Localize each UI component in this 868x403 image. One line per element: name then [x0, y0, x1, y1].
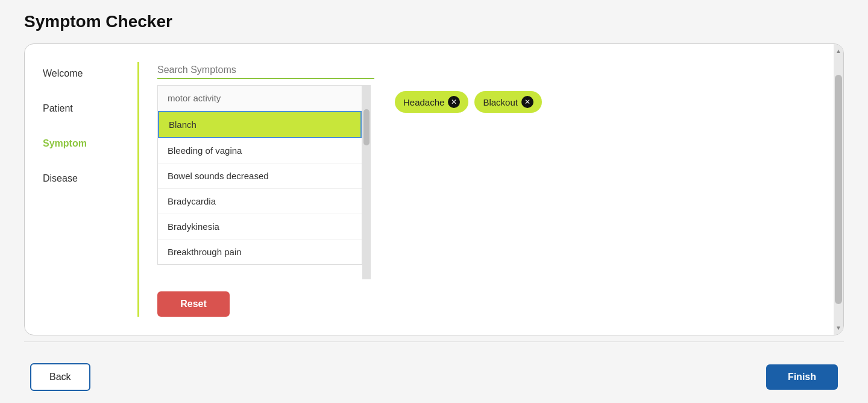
scroll-down-icon[interactable]: ▼	[833, 322, 844, 334]
dropdown-list: motor activity Blanch Bleeding of vagina…	[157, 85, 362, 265]
dropdown-item-bradykinesia[interactable]: Bradykinesia	[158, 214, 362, 240]
dropdown-item-bowel[interactable]: Bowel sounds decreased	[158, 163, 362, 189]
dropdown-wrapper: motor activity Blanch Bleeding of vagina…	[157, 85, 371, 279]
search-input[interactable]	[157, 62, 374, 79]
tags-area: Headache ✕ Blackout ✕	[371, 85, 542, 279]
tag-headache-remove[interactable]: ✕	[448, 96, 460, 108]
scroll-up-icon[interactable]: ▲	[833, 45, 844, 57]
search-container	[157, 62, 374, 79]
dropdown-item-bleeding[interactable]: Bleeding of vagina	[158, 138, 362, 163]
bottom-bar: Back Finish	[24, 363, 844, 391]
dropdown-item-bradycardia[interactable]: Bradycardia	[158, 189, 362, 214]
tag-blackout-remove[interactable]: ✕	[521, 96, 533, 108]
tag-headache: Headache ✕	[395, 91, 468, 113]
dropdown-item-breakthrough[interactable]: Breakthrough pain	[158, 240, 362, 264]
card-inner: Welcome Patient Symptom Disease motor ac…	[43, 62, 825, 317]
content-row: motor activity Blanch Bleeding of vagina…	[157, 85, 825, 279]
sidebar-item-welcome[interactable]: Welcome	[43, 68, 125, 79]
dropdown-item-blanch[interactable]: Blanch	[158, 111, 362, 138]
sidebar-item-symptom[interactable]: Symptom	[43, 138, 125, 149]
card-scrollbar[interactable]: ▲ ▼	[834, 44, 843, 335]
main-content: motor activity Blanch Bleeding of vagina…	[139, 62, 825, 317]
tag-headache-label: Headache	[403, 97, 444, 107]
sidebar: Welcome Patient Symptom Disease	[43, 62, 139, 317]
dropdown-scroll-thumb	[363, 109, 370, 145]
reset-button[interactable]: Reset	[157, 291, 230, 317]
tag-blackout-label: Blackout	[483, 97, 518, 107]
dropdown-scrollbar[interactable]	[362, 85, 371, 279]
main-card: Welcome Patient Symptom Disease motor ac…	[24, 43, 844, 335]
page-title: Symptom Checker	[24, 12, 844, 31]
back-button[interactable]: Back	[30, 363, 90, 391]
card-scroll-thumb	[835, 75, 842, 304]
tag-blackout: Blackout ✕	[474, 91, 542, 113]
dropdown-item-motor[interactable]: motor activity	[158, 86, 362, 111]
dropdown-list-container: motor activity Blanch Bleeding of vagina…	[157, 85, 362, 279]
sidebar-item-patient[interactable]: Patient	[43, 103, 125, 114]
divider	[24, 341, 844, 342]
sidebar-item-disease[interactable]: Disease	[43, 173, 125, 184]
finish-button[interactable]: Finish	[766, 364, 838, 390]
